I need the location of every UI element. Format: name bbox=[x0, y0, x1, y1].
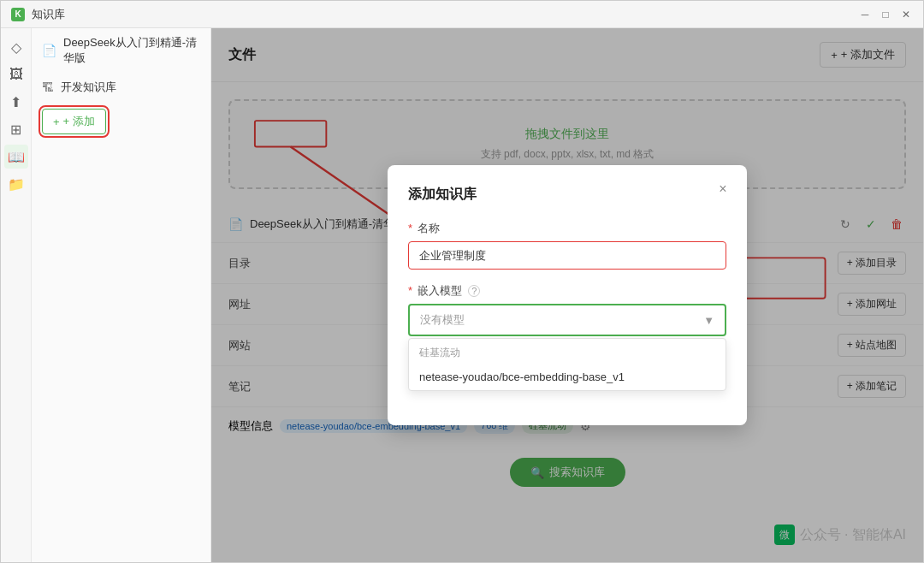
dev-icon: 🏗 bbox=[42, 80, 54, 94]
add-knowledge-button[interactable]: + + 添加 bbox=[42, 109, 106, 134]
minimize-button[interactable]: ─ bbox=[858, 8, 872, 21]
dropdown-group-label: 硅基流动 bbox=[409, 339, 726, 364]
window-controls: ─ □ ✕ bbox=[858, 8, 913, 21]
chevron-down-icon: ▼ bbox=[703, 314, 714, 327]
titlebar: K 知识库 ─ □ ✕ bbox=[1, 1, 923, 28]
embed-dropdown: 硅基流动 netease-youdao/bce-embedding-base_v… bbox=[408, 338, 726, 391]
name-label-text: 名称 bbox=[418, 222, 440, 234]
app-title: 知识库 bbox=[32, 7, 858, 22]
name-label: * 名称 bbox=[408, 221, 726, 236]
left-panel-item2-label: 开发知识库 bbox=[61, 80, 116, 95]
embed-select-container: 没有模型 ▼ 硅基流动 netease-youdao/bce-embedding… bbox=[408, 304, 726, 391]
app-icon: K bbox=[11, 8, 25, 21]
dropdown-item[interactable]: netease-youdao/bce-embedding-base_v1 bbox=[409, 364, 726, 390]
sidebar: ◇ 🖼 ⬆ ⊞ 📖 📁 bbox=[1, 28, 32, 562]
close-button[interactable]: ✕ bbox=[899, 8, 913, 21]
embed-help-icon: ? bbox=[468, 285, 480, 297]
left-panel: 📄 DeepSeek从入门到精通-清华版 🏗 开发知识库 + + 添加 bbox=[32, 28, 211, 562]
embed-select[interactable]: 没有模型 ▼ bbox=[408, 304, 726, 336]
main-area: ◇ 🖼 ⬆ ⊞ 📖 📁 📄 DeepSeek从入门到精通-清华版 🏗 开发知识库… bbox=[1, 28, 923, 562]
sidebar-icon-folder[interactable]: 📁 bbox=[4, 172, 28, 196]
app-window: K 知识库 ─ □ ✕ ◇ 🖼 ⬆ ⊞ 📖 📁 📄 DeepSeek从入门到精通… bbox=[0, 0, 924, 563]
content-area: 文件 + + 添加文件 拖拽文件到这里 支持 pdf, docx, pptx, … bbox=[211, 28, 923, 562]
embed-form-group: * 嵌入模型 ? 没有模型 ▼ 硅基流动 netease-youdao/b bbox=[408, 283, 726, 391]
sidebar-icon-image[interactable]: 🖼 bbox=[4, 62, 28, 86]
left-panel-item-label: DeepSeek从入门到精通-清华版 bbox=[63, 35, 200, 66]
dialog-title: 添加知识库 bbox=[408, 186, 726, 204]
embed-select-placeholder: 没有模型 bbox=[420, 312, 465, 328]
sidebar-icon-upload[interactable]: ⬆ bbox=[4, 90, 28, 114]
name-input[interactable] bbox=[408, 241, 726, 270]
sidebar-icon-grid[interactable]: ⊞ bbox=[4, 117, 28, 141]
left-panel-item-deepseek[interactable]: 📄 DeepSeek从入门到精通-清华版 bbox=[32, 28, 210, 73]
app-icon-text: K bbox=[15, 9, 21, 19]
embed-label: * 嵌入模型 ? bbox=[408, 283, 726, 299]
plus-icon: + bbox=[53, 116, 60, 128]
sidebar-icon-diamond[interactable]: ◇ bbox=[4, 35, 28, 59]
left-panel-item-dev[interactable]: 🏗 开发知识库 bbox=[32, 73, 210, 102]
name-form-group: * 名称 bbox=[408, 221, 726, 270]
sidebar-icon-book[interactable]: 📖 bbox=[4, 145, 28, 169]
dialog-overlay[interactable]: 添加知识库 × * 名称 * 嵌入模型 bbox=[211, 28, 923, 562]
add-kb-dialog: 添加知识库 × * 名称 * 嵌入模型 bbox=[388, 165, 747, 425]
dialog-close-button[interactable]: × bbox=[713, 179, 733, 199]
file-icon: 📄 bbox=[42, 44, 56, 57]
embed-label-text: 嵌入模型 bbox=[418, 284, 462, 297]
maximize-button[interactable]: □ bbox=[879, 8, 892, 21]
embed-required: * bbox=[408, 284, 412, 297]
name-required: * bbox=[408, 222, 412, 234]
add-btn-label: + 添加 bbox=[63, 114, 95, 129]
